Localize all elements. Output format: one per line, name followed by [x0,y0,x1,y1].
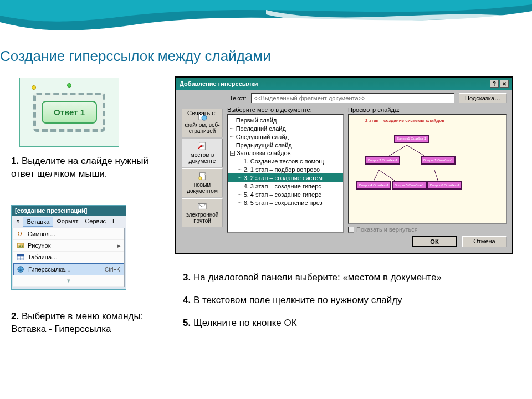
insert-menu-screenshot: [создание презентаций] л Вставка Формат … [11,205,126,290]
text-label: Текст: [229,95,247,101]
email-icon [197,202,207,211]
app-window-caption: [создание презентаций] [12,206,126,216]
symbol-icon: Ω [17,230,24,238]
tree-item: ┈2. 1 этап – подбор вопросо [228,165,343,173]
menu-expand-chevron[interactable]: ▾ [13,275,124,287]
insert-hyperlink-dialog: Добавление гиперссылки ? ✕ Связать с: Те… [175,76,513,254]
steps-3-5-text: 3. На диалоговой панели выберите: «место… [183,272,493,340]
table-icon [17,253,24,261]
preview-node: Вопрос2 Ошибка-1 [365,156,400,165]
step-2-text: 2. Выберите в меню команды: Вставка - Ги… [11,310,150,336]
new-doc-icon [197,172,207,181]
help-button[interactable]: ? [490,80,499,88]
menu-item-picture[interactable]: Рисунок ▸ [13,240,124,252]
menubar-item[interactable]: Г [109,217,119,227]
globe-link-icon [17,265,25,273]
tree-item: ┈Последний слайд [228,124,343,132]
answer-shape-illustration: Ответ 1 [19,78,119,147]
preview-node: Вопрос5 Ошибка-1 [392,181,427,190]
menu-item-table[interactable]: Таблица… [13,252,124,263]
document-tree[interactable]: ┈Первый слайд ┈Последний слайд ┈Следующи… [227,114,344,233]
link-to-email[interactable]: электронной почтой [182,198,223,227]
tree-item-selected: ┈3. 2 этап – создание систем [228,173,343,182]
menubar: л Вставка Формат Сервис Г [12,216,126,228]
svg-rect-10 [200,142,206,150]
hint-button[interactable]: Подсказка… [459,93,507,103]
tree-item: ┈Предыдущий слайд [228,141,343,149]
tree-item: ┈5. 4 этап – создание гиперс [228,190,343,198]
step-1-text: 1. Выделите на слайде нужный ответ щелчк… [11,155,150,181]
preview-node: Вопрос1 Ошибка-1 [394,135,429,143]
tree-item: ┈Следующий слайд [228,132,343,141]
link-with-label: Связать с: [187,110,217,116]
dialog-titlebar: Добавление гиперссылки ? ✕ [176,78,512,90]
header-decoration [0,0,532,39]
menubar-item-tools[interactable]: Сервис [81,217,109,227]
svg-point-12 [199,177,202,180]
preview-node: Вопрос3 Ошибка-1 [421,156,456,165]
preview-connectors [349,115,506,223]
tree-item: ┈Первый слайд [228,116,343,124]
tree-item: ┈4. 3 этап – создание гиперс [228,182,343,190]
tree-item: ┈6. 5 этап – сохранение през [228,198,343,207]
place-in-doc-icon [197,142,207,151]
menubar-item[interactable]: л [13,217,23,227]
picture-icon [17,242,24,249]
close-button[interactable]: ✕ [500,80,509,88]
show-and-return-label: Показать и вернуться [356,226,418,233]
svg-text:Ω: Ω [18,231,22,237]
menubar-item-format[interactable]: Формат [53,217,81,227]
text-input[interactable]: <<Выделенный фрагмент документа>> [251,93,454,103]
link-to-new-document[interactable]: новым документом [182,168,223,197]
cancel-button[interactable]: Отмена [462,236,507,247]
preview-node: Вопрос4 Ошибка-1 [356,181,391,190]
preview-node: Вопрос6 Ошибка-1 [427,181,462,190]
menubar-item-insert[interactable]: Вставка [23,217,53,227]
svg-point-2 [18,244,20,246]
menu-item-symbol[interactable]: Ω Символ… [13,228,124,240]
link-to-place-in-document[interactable]: местом в документе [182,139,223,167]
answer-button[interactable]: Ответ 1 [42,101,97,124]
menu-item-hyperlink[interactable]: Гиперссылка… Ctrl+K [13,263,124,275]
tree-group: −Заголовки слайдов [228,149,343,157]
choose-place-label: Выберите место в документе: [227,106,344,113]
slide-preview: 2 этап – создание системы слайдов Вопрос… [348,114,507,224]
svg-rect-4 [17,254,24,257]
preview-label: Просмотр слайда: [348,106,507,113]
tree-item: ┈1. Создание тестов с помощ [228,157,343,165]
insert-dropdown: Ω Символ… Рисунок ▸ Таблица… Гиперссылка… [13,228,125,287]
show-and-return-checkbox [348,227,354,233]
link-to-bar: файлом, веб-страницей местом в документе… [182,109,223,233]
page-title: Создание гиперссылок между слайдами [0,48,271,65]
ok-button[interactable]: ОК [412,236,457,247]
